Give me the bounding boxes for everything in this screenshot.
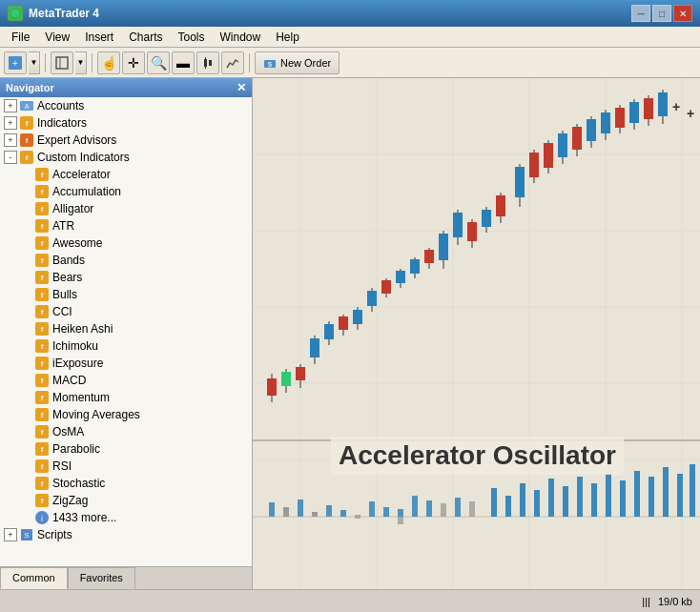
parabolic-label: Parabolic: [52, 442, 100, 456]
tree-item-scripts[interactable]: + S Scripts: [0, 526, 252, 543]
title-bar-controls[interactable]: ─ □ ✕: [631, 5, 692, 22]
tree-item-zigzag[interactable]: f ZigZag: [0, 492, 252, 509]
minimize-button[interactable]: ─: [631, 5, 650, 22]
profile-dropdown[interactable]: ▼: [75, 51, 87, 74]
expand-ea[interactable]: +: [4, 133, 17, 147]
tree-item-rsi[interactable]: f RSI: [0, 458, 252, 475]
tree-item-bears[interactable]: f Bears: [0, 269, 252, 286]
bulls-icon: f: [34, 287, 50, 302]
alligator-icon: f: [34, 201, 50, 216]
heiken-ashi-label: Heiken Ashi: [52, 322, 113, 336]
tree-item-iexposure[interactable]: f iExposure: [0, 355, 252, 372]
tree-item-macd[interactable]: f MACD: [0, 372, 252, 389]
menu-view[interactable]: View: [37, 29, 77, 46]
tree-item-stochastic[interactable]: f Stochastic: [0, 475, 252, 492]
tree-item-accounts[interactable]: + A Accounts: [0, 97, 252, 114]
svg-rect-117: [663, 467, 669, 517]
svg-rect-90: [298, 500, 303, 517]
svg-rect-106: [505, 496, 511, 517]
svg-rect-67: [529, 153, 539, 177]
svg-rect-61: [482, 210, 491, 227]
navigator-tree[interactable]: + A Accounts + f Indicators +: [0, 97, 252, 566]
chart-area[interactable]: + +: [253, 78, 700, 589]
svg-rect-55: [439, 234, 448, 260]
tab-common[interactable]: Common: [0, 567, 68, 589]
restore-button[interactable]: □: [652, 5, 671, 22]
crosshair-icon[interactable]: ✛: [122, 51, 145, 74]
tree-item-custom-indicators[interactable]: - f Custom Indicators: [0, 149, 252, 166]
svg-rect-59: [467, 222, 477, 241]
line-chart-icon[interactable]: [221, 51, 244, 74]
new-chart-icon[interactable]: +: [4, 51, 27, 74]
navigator-header: Navigator ✕: [0, 78, 252, 97]
accumulation-icon: f: [34, 184, 50, 199]
status-chart-icon: |||: [642, 596, 650, 607]
scripts-icon: S: [19, 527, 34, 542]
tree-item-indicators[interactable]: + f Indicators: [0, 114, 252, 132]
menu-file[interactable]: File: [4, 29, 37, 46]
alligator-label: Alligator: [52, 202, 93, 215]
tree-item-cci[interactable]: f CCI: [0, 303, 252, 320]
candle-icon[interactable]: [196, 51, 219, 74]
tree-item-accelerator[interactable]: f Accelerator: [0, 166, 252, 183]
toolbar-separator-1: [45, 53, 46, 72]
close-button[interactable]: ✕: [673, 5, 692, 22]
finger-icon[interactable]: ☝: [97, 51, 120, 74]
svg-rect-31: [267, 378, 277, 396]
expand-accounts[interactable]: +: [4, 99, 17, 112]
moving-averages-label: Moving Averages: [52, 408, 140, 421]
rsi-icon: f: [34, 459, 50, 474]
tree-item-alligator[interactable]: f Alligator: [0, 200, 252, 217]
tree-item-ichimoku[interactable]: f Ichimoku: [0, 337, 252, 355]
tree-item-osma[interactable]: f OsMA: [0, 423, 252, 440]
tree-item-awesome[interactable]: f Awesome: [0, 235, 252, 252]
svg-rect-104: [469, 501, 475, 517]
svg-rect-5: [204, 59, 207, 67]
svg-rect-79: [615, 108, 625, 128]
svg-text:A: A: [25, 103, 30, 110]
tree-item-more[interactable]: i 1433 more...: [0, 509, 252, 526]
chart-label-text: Accelerator Oscillator: [339, 440, 616, 470]
navigator-close[interactable]: ✕: [237, 81, 246, 94]
svg-rect-115: [634, 471, 640, 517]
menu-insert[interactable]: Insert: [77, 29, 121, 46]
tree-item-bulls[interactable]: f Bulls: [0, 286, 252, 303]
svg-rect-65: [515, 167, 525, 197]
bears-icon: f: [34, 270, 50, 285]
bar-chart-icon[interactable]: ▬: [172, 51, 195, 74]
new-chart-dropdown[interactable]: ▼: [29, 51, 40, 74]
tree-item-bands[interactable]: f Bands: [0, 252, 252, 269]
macd-icon: f: [34, 373, 50, 388]
svg-rect-57: [453, 213, 463, 237]
menu-tools[interactable]: Tools: [171, 29, 213, 46]
tab-favorites[interactable]: Favorites: [68, 567, 135, 589]
iexposure-label: iExposure: [52, 357, 103, 370]
svg-rect-89: [283, 507, 289, 517]
menu-bar: File View Insert Charts Tools Window Hel…: [0, 27, 700, 48]
tree-item-parabolic[interactable]: f Parabolic: [0, 440, 252, 458]
menu-charts[interactable]: Charts: [121, 29, 170, 46]
svg-rect-75: [587, 119, 596, 141]
tree-item-heiken-ashi[interactable]: f Heiken Ashi: [0, 320, 252, 337]
tree-item-moving-averages[interactable]: f Moving Averages: [0, 406, 252, 423]
stochastic-icon: f: [34, 476, 50, 491]
menu-window[interactable]: Window: [213, 29, 269, 46]
expand-custom[interactable]: -: [4, 151, 17, 164]
tree-item-expert-advisors[interactable]: + f Expert Advisors: [0, 132, 252, 149]
iexposure-icon: f: [34, 356, 50, 371]
menu-help[interactable]: Help: [268, 29, 307, 46]
expand-indicators[interactable]: +: [4, 116, 17, 130]
profile-icon[interactable]: [51, 51, 73, 74]
tree-item-momentum[interactable]: f Momentum: [0, 389, 252, 406]
tree-item-accumulation[interactable]: f Accumulation: [0, 183, 252, 200]
heiken-ashi-icon: f: [34, 321, 50, 337]
osma-icon: f: [34, 424, 50, 439]
navigator-scroll-container: + A Accounts + f Indicators +: [0, 97, 252, 566]
new-order-button[interactable]: $ New Order: [255, 51, 340, 74]
tree-item-atr[interactable]: f ATR: [0, 217, 252, 235]
svg-rect-116: [649, 477, 654, 517]
svg-rect-85: [658, 92, 668, 116]
expand-scripts[interactable]: +: [4, 528, 17, 541]
svg-rect-91: [312, 512, 318, 517]
zoom-icon[interactable]: 🔍: [147, 51, 170, 74]
